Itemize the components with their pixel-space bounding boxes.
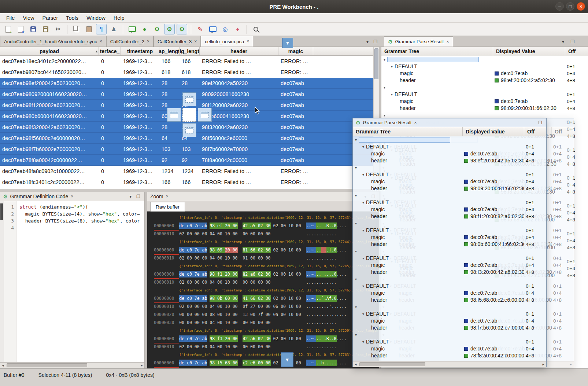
bookmark-icon[interactable]: ♦: [232, 24, 243, 34]
tree-field-row-magic[interactable]: magicde:c0:7e:ab0+4: [381, 70, 588, 77]
expander-icon[interactable]: ▾: [355, 220, 357, 227]
table-row[interactable]: dec07eab78f8a00042c0000022…01969-12-3…92…: [0, 155, 373, 166]
tree-field-row-header[interactable]: header98:ef:20:00:42:a5:02:304+8: [353, 157, 546, 164]
tab-callcontroller-3[interactable]: CallController_3×: [154, 36, 201, 47]
raw-buffer-view[interactable]: {'interface_id': 0, 'timestamp': datetim…: [147, 212, 379, 368]
tree-field-row-header[interactable]: header98:f5:68:00:c2:e6:00:004+8: [353, 297, 546, 304]
tree-field-row-header[interactable]: header98:f3:20:00:42:a6:02:304+8: [353, 269, 546, 276]
tab-raw-buffer[interactable]: Raw buffer: [150, 202, 185, 212]
parser-settings-icon[interactable]: ⚙: [152, 24, 162, 34]
tree-struct-row[interactable]: ▾DEFAULT0+1: [381, 91, 588, 98]
scrollbar-thumb[interactable]: [7, 363, 87, 367]
tree-field-row-header[interactable]: header98:f1:20:00:82:a6:02:304+8: [353, 213, 546, 220]
panel-float-button[interactable]: ❐: [135, 194, 141, 199]
expander-icon[interactable]: ▾: [362, 171, 364, 178]
minimize-button[interactable]: –: [555, 2, 564, 11]
expander-icon[interactable]: ▾: [384, 56, 385, 63]
tree-struct-row[interactable]: ▾DEFAULT0+1: [381, 63, 588, 70]
tree-field-row-magic[interactable]: magicde:c0:7e:ab0+4: [353, 178, 546, 185]
table-row[interactable]: dec07eab98ef200042a50230020…01969-12-3…2…: [0, 78, 373, 89]
expander-icon[interactable]: ▾: [391, 63, 393, 70]
menu-view[interactable]: View: [19, 14, 38, 22]
search-icon[interactable]: [251, 24, 261, 34]
tree-field-row-header[interactable]: header98:09:20:00:81:66:02:304+8: [381, 105, 588, 112]
tree-struct-row[interactable]: ▾DEFAULT0+1: [353, 283, 546, 290]
column-header-payload[interactable]: payload▴: [0, 47, 99, 55]
tree-field-row-header[interactable]: header98:0b:60:00:41:66:02:304+8: [353, 241, 546, 248]
tab-audiocontroller-1-handlevocoderinfo-sync[interactable]: AudioController_1_handleVocoderInfo_sync…: [0, 36, 106, 47]
menu-parser[interactable]: Parser: [38, 14, 62, 22]
tree-field-row-magic[interactable]: magicde:c0:7e:ab0+4: [381, 98, 588, 105]
maximize-button[interactable]: □: [566, 2, 574, 11]
menu-tools[interactable]: Tools: [62, 14, 82, 22]
expander-icon[interactable]: ▾: [362, 338, 364, 345]
tab-close-icon[interactable]: ×: [247, 39, 249, 44]
table-row[interactable]: dec07eab18ec3401c2c20000022…01969-12-3…1…: [0, 56, 373, 67]
cut-icon[interactable]: ✂: [53, 24, 63, 34]
table-row[interactable]: dec07eab98f7b60002e70000020…01969-12-3…1…: [0, 144, 373, 155]
tree-field-row-magic[interactable]: magicde:c0:7e:ab0+4: [353, 150, 546, 157]
tree-root-row[interactable]: ▾: [353, 248, 546, 255]
scrollbar-thumb[interactable]: [374, 48, 378, 79]
tab-callcontroller-2[interactable]: CallController_2×: [106, 36, 154, 47]
expander-icon[interactable]: ▾: [355, 164, 357, 171]
expander-icon[interactable]: ▾: [362, 310, 364, 317]
expander-icon[interactable]: ▾: [362, 283, 364, 290]
new-window-icon[interactable]: [207, 24, 218, 34]
tree-field-row-magic[interactable]: magicde:c0:7e:ab0+4: [353, 234, 546, 241]
tree-root-row[interactable]: ▾: [353, 164, 546, 171]
expander-icon[interactable]: ▾: [355, 136, 357, 143]
expander-icon[interactable]: ▾: [362, 143, 364, 150]
scroll-right-arrow[interactable]: ▸: [139, 363, 145, 368]
tree-root-row[interactable]: ▾: [353, 331, 546, 338]
tree-field-row-magic[interactable]: magicde:c0:7e:ab0+4: [353, 262, 546, 269]
column-header-timestamp[interactable]: timestamp: [121, 47, 159, 55]
code-overview-bar[interactable]: [0, 201, 4, 362]
menu-window[interactable]: Window: [82, 14, 110, 22]
tree-field-row-magic[interactable]: magicde:c0:7e:ab0+4: [353, 317, 546, 324]
table-row[interactable]: dec07eab18fc3401c2c20000022…01969-12-3…1…: [0, 177, 373, 188]
dock-float-button[interactable]: ❐: [569, 38, 577, 46]
tree-field-row-header[interactable]: header98:ef:20:00:42:a5:02:304+8: [381, 77, 588, 84]
scroll-right-arrow[interactable]: ▸: [540, 361, 546, 367]
column-header-ig-lengt[interactable]: ig_lengt: [180, 47, 200, 55]
close-icon[interactable]: ×: [166, 194, 169, 199]
tree-field-row-header[interactable]: header98:f7:b6:00:02:e7:00:004+8: [353, 324, 546, 331]
close-icon[interactable]: ×: [414, 120, 417, 125]
annotate-icon[interactable]: ✎: [195, 24, 206, 34]
table-row[interactable]: dec07eab9807bc0441650230020…01969-12-3…6…: [0, 67, 373, 78]
scroll-left-arrow[interactable]: ◂: [0, 363, 6, 368]
expander-icon[interactable]: ▾: [362, 255, 364, 262]
close-icon[interactable]: ×: [71, 194, 73, 199]
edit-format-icon[interactable]: ¶: [96, 24, 107, 34]
tree-root-row[interactable]: ▾: [353, 136, 546, 143]
tree-root-row[interactable]: ▾: [381, 84, 588, 91]
tree-struct-row[interactable]: ▾DEFAULT0+1: [353, 171, 546, 178]
code-horizontal-scrollbar[interactable]: ◂ ▸: [0, 362, 145, 368]
expander-icon[interactable]: ▾: [384, 84, 385, 91]
tab-cellinfo-nosim-pca[interactable]: cellinfo_nosim.pca×: [201, 36, 253, 47]
tree-struct-row[interactable]: ▾DEFAULT0+1: [353, 338, 546, 345]
tree-root-row[interactable]: ▾: [381, 56, 588, 63]
table-row[interactable]: dec07eab48fa8c0902c10000022…01969-12-3…1…: [0, 166, 373, 177]
paste-icon[interactable]: [84, 24, 94, 34]
expander-icon[interactable]: ▾: [355, 192, 357, 199]
copy-icon[interactable]: [71, 24, 82, 34]
scroll-left-arrow[interactable]: ◂: [353, 361, 359, 367]
expander-icon[interactable]: ▾: [355, 276, 357, 283]
parse-buffer-icon[interactable]: ⚙: [164, 24, 175, 34]
column-header-terface-[interactable]: terface_: [99, 47, 121, 55]
tab-close-icon[interactable]: ×: [147, 39, 149, 44]
dock-menu-button[interactable]: ▾: [559, 38, 567, 46]
close-button[interactable]: ×: [577, 2, 585, 11]
scrollbar-thumb[interactable]: [359, 362, 425, 366]
column-header-header[interactable]: header: [200, 47, 278, 55]
floating-titlebar[interactable]: ⚙ Grammar Parse Result × ❐: [353, 118, 546, 127]
editor-tabs-float-button[interactable]: ❐: [371, 38, 380, 46]
float-dock-button[interactable]: ❐: [537, 120, 543, 125]
tree-root-row[interactable]: ▾: [353, 304, 546, 310]
menu-help[interactable]: Help: [110, 14, 129, 22]
close-icon[interactable]: ×: [446, 39, 449, 44]
bottom-vertical-splitter[interactable]: [145, 192, 147, 368]
inspect-icon[interactable]: ◎: [220, 24, 230, 34]
